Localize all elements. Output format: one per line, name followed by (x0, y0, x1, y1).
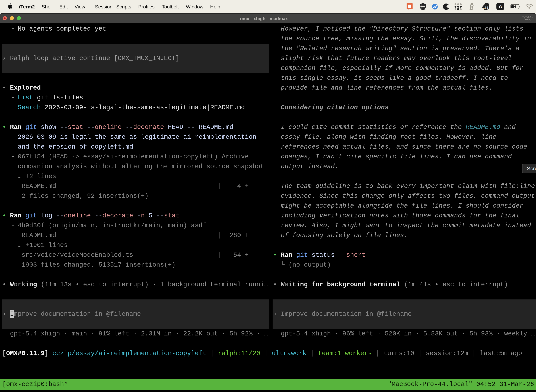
svg-text:..61: ..61 (483, 6, 488, 9)
svg-text:1: 1 (531, 16, 534, 21)
